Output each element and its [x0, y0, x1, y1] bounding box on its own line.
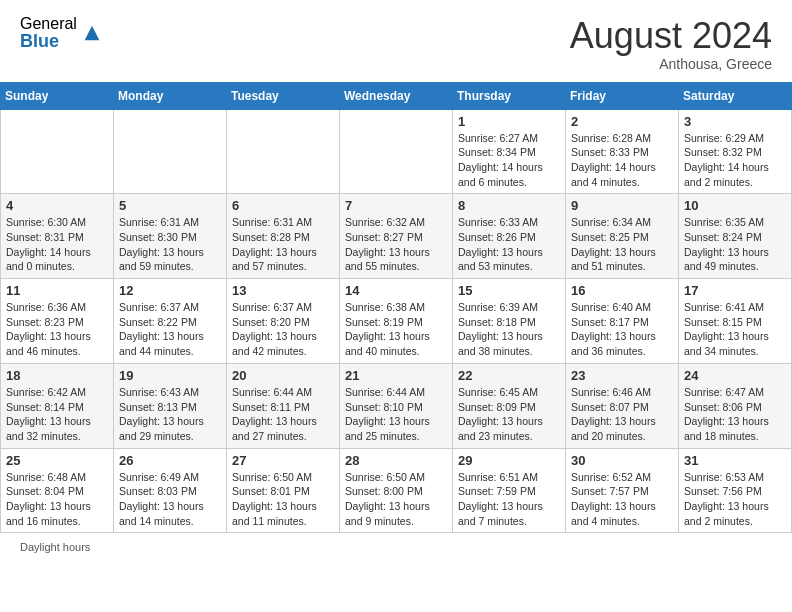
day-number: 29 — [458, 453, 560, 468]
calendar-body: 1Sunrise: 6:27 AM Sunset: 8:34 PM Daylig… — [1, 109, 792, 533]
daylight-note: Daylight hours — [20, 541, 90, 553]
day-info: Sunrise: 6:37 AM Sunset: 8:22 PM Dayligh… — [119, 300, 221, 359]
day-cell: 29Sunrise: 6:51 AM Sunset: 7:59 PM Dayli… — [453, 448, 566, 533]
day-info: Sunrise: 6:27 AM Sunset: 8:34 PM Dayligh… — [458, 131, 560, 190]
day-cell — [1, 109, 114, 194]
day-info: Sunrise: 6:39 AM Sunset: 8:18 PM Dayligh… — [458, 300, 560, 359]
day-cell: 9Sunrise: 6:34 AM Sunset: 8:25 PM Daylig… — [566, 194, 679, 279]
day-number: 11 — [6, 283, 108, 298]
day-info: Sunrise: 6:36 AM Sunset: 8:23 PM Dayligh… — [6, 300, 108, 359]
day-number: 22 — [458, 368, 560, 383]
day-info: Sunrise: 6:45 AM Sunset: 8:09 PM Dayligh… — [458, 385, 560, 444]
day-cell: 31Sunrise: 6:53 AM Sunset: 7:56 PM Dayli… — [679, 448, 792, 533]
day-header-thursday: Thursday — [453, 82, 566, 109]
day-number: 18 — [6, 368, 108, 383]
day-info: Sunrise: 6:51 AM Sunset: 7:59 PM Dayligh… — [458, 470, 560, 529]
day-cell: 12Sunrise: 6:37 AM Sunset: 8:22 PM Dayli… — [114, 279, 227, 364]
day-header-monday: Monday — [114, 82, 227, 109]
day-cell: 21Sunrise: 6:44 AM Sunset: 8:10 PM Dayli… — [340, 363, 453, 448]
day-info: Sunrise: 6:53 AM Sunset: 7:56 PM Dayligh… — [684, 470, 786, 529]
day-info: Sunrise: 6:40 AM Sunset: 8:17 PM Dayligh… — [571, 300, 673, 359]
day-header-saturday: Saturday — [679, 82, 792, 109]
day-header-tuesday: Tuesday — [227, 82, 340, 109]
day-info: Sunrise: 6:42 AM Sunset: 8:14 PM Dayligh… — [6, 385, 108, 444]
week-row-2: 11Sunrise: 6:36 AM Sunset: 8:23 PM Dayli… — [1, 279, 792, 364]
day-info: Sunrise: 6:38 AM Sunset: 8:19 PM Dayligh… — [345, 300, 447, 359]
day-cell: 26Sunrise: 6:49 AM Sunset: 8:03 PM Dayli… — [114, 448, 227, 533]
logo-icon — [81, 22, 103, 44]
day-info: Sunrise: 6:34 AM Sunset: 8:25 PM Dayligh… — [571, 215, 673, 274]
day-cell — [340, 109, 453, 194]
week-row-0: 1Sunrise: 6:27 AM Sunset: 8:34 PM Daylig… — [1, 109, 792, 194]
day-info: Sunrise: 6:30 AM Sunset: 8:31 PM Dayligh… — [6, 215, 108, 274]
day-cell: 14Sunrise: 6:38 AM Sunset: 8:19 PM Dayli… — [340, 279, 453, 364]
day-number: 26 — [119, 453, 221, 468]
day-number: 5 — [119, 198, 221, 213]
day-number: 24 — [684, 368, 786, 383]
day-info: Sunrise: 6:48 AM Sunset: 8:04 PM Dayligh… — [6, 470, 108, 529]
day-info: Sunrise: 6:41 AM Sunset: 8:15 PM Dayligh… — [684, 300, 786, 359]
day-cell: 6Sunrise: 6:31 AM Sunset: 8:28 PM Daylig… — [227, 194, 340, 279]
day-info: Sunrise: 6:29 AM Sunset: 8:32 PM Dayligh… — [684, 131, 786, 190]
day-cell: 18Sunrise: 6:42 AM Sunset: 8:14 PM Dayli… — [1, 363, 114, 448]
calendar-table: SundayMondayTuesdayWednesdayThursdayFrid… — [0, 82, 792, 534]
month-title: August 2024 — [570, 16, 772, 56]
day-number: 8 — [458, 198, 560, 213]
logo-text: General Blue — [20, 16, 77, 50]
week-row-1: 4Sunrise: 6:30 AM Sunset: 8:31 PM Daylig… — [1, 194, 792, 279]
day-number: 14 — [345, 283, 447, 298]
day-number: 19 — [119, 368, 221, 383]
day-cell: 4Sunrise: 6:30 AM Sunset: 8:31 PM Daylig… — [1, 194, 114, 279]
day-cell: 15Sunrise: 6:39 AM Sunset: 8:18 PM Dayli… — [453, 279, 566, 364]
footer-note: Daylight hours — [0, 533, 792, 561]
day-number: 6 — [232, 198, 334, 213]
day-info: Sunrise: 6:50 AM Sunset: 8:00 PM Dayligh… — [345, 470, 447, 529]
day-cell: 8Sunrise: 6:33 AM Sunset: 8:26 PM Daylig… — [453, 194, 566, 279]
day-cell: 3Sunrise: 6:29 AM Sunset: 8:32 PM Daylig… — [679, 109, 792, 194]
day-number: 10 — [684, 198, 786, 213]
day-number: 20 — [232, 368, 334, 383]
day-cell: 5Sunrise: 6:31 AM Sunset: 8:30 PM Daylig… — [114, 194, 227, 279]
logo-general: General — [20, 16, 77, 32]
day-cell: 30Sunrise: 6:52 AM Sunset: 7:57 PM Dayli… — [566, 448, 679, 533]
day-number: 17 — [684, 283, 786, 298]
day-cell: 10Sunrise: 6:35 AM Sunset: 8:24 PM Dayli… — [679, 194, 792, 279]
day-info: Sunrise: 6:44 AM Sunset: 8:10 PM Dayligh… — [345, 385, 447, 444]
day-info: Sunrise: 6:46 AM Sunset: 8:07 PM Dayligh… — [571, 385, 673, 444]
day-info: Sunrise: 6:52 AM Sunset: 7:57 PM Dayligh… — [571, 470, 673, 529]
day-number: 9 — [571, 198, 673, 213]
day-cell: 17Sunrise: 6:41 AM Sunset: 8:15 PM Dayli… — [679, 279, 792, 364]
logo: General Blue — [20, 16, 103, 50]
day-cell: 22Sunrise: 6:45 AM Sunset: 8:09 PM Dayli… — [453, 363, 566, 448]
day-info: Sunrise: 6:35 AM Sunset: 8:24 PM Dayligh… — [684, 215, 786, 274]
day-cell: 1Sunrise: 6:27 AM Sunset: 8:34 PM Daylig… — [453, 109, 566, 194]
day-cell: 2Sunrise: 6:28 AM Sunset: 8:33 PM Daylig… — [566, 109, 679, 194]
svg-marker-0 — [85, 26, 100, 41]
day-cell: 27Sunrise: 6:50 AM Sunset: 8:01 PM Dayli… — [227, 448, 340, 533]
day-number: 3 — [684, 114, 786, 129]
day-info: Sunrise: 6:44 AM Sunset: 8:11 PM Dayligh… — [232, 385, 334, 444]
day-number: 21 — [345, 368, 447, 383]
day-info: Sunrise: 6:47 AM Sunset: 8:06 PM Dayligh… — [684, 385, 786, 444]
day-number: 23 — [571, 368, 673, 383]
day-number: 12 — [119, 283, 221, 298]
day-info: Sunrise: 6:33 AM Sunset: 8:26 PM Dayligh… — [458, 215, 560, 274]
day-cell: 19Sunrise: 6:43 AM Sunset: 8:13 PM Dayli… — [114, 363, 227, 448]
week-row-4: 25Sunrise: 6:48 AM Sunset: 8:04 PM Dayli… — [1, 448, 792, 533]
page-header: General Blue August 2024 Anthousa, Greec… — [0, 0, 792, 82]
day-info: Sunrise: 6:28 AM Sunset: 8:33 PM Dayligh… — [571, 131, 673, 190]
day-number: 2 — [571, 114, 673, 129]
day-number: 13 — [232, 283, 334, 298]
day-info: Sunrise: 6:43 AM Sunset: 8:13 PM Dayligh… — [119, 385, 221, 444]
day-cell: 20Sunrise: 6:44 AM Sunset: 8:11 PM Dayli… — [227, 363, 340, 448]
day-number: 30 — [571, 453, 673, 468]
day-header-wednesday: Wednesday — [340, 82, 453, 109]
day-cell: 13Sunrise: 6:37 AM Sunset: 8:20 PM Dayli… — [227, 279, 340, 364]
day-info: Sunrise: 6:32 AM Sunset: 8:27 PM Dayligh… — [345, 215, 447, 274]
day-info: Sunrise: 6:37 AM Sunset: 8:20 PM Dayligh… — [232, 300, 334, 359]
day-cell: 23Sunrise: 6:46 AM Sunset: 8:07 PM Dayli… — [566, 363, 679, 448]
day-cell: 11Sunrise: 6:36 AM Sunset: 8:23 PM Dayli… — [1, 279, 114, 364]
day-cell: 16Sunrise: 6:40 AM Sunset: 8:17 PM Dayli… — [566, 279, 679, 364]
day-number: 1 — [458, 114, 560, 129]
day-number: 25 — [6, 453, 108, 468]
